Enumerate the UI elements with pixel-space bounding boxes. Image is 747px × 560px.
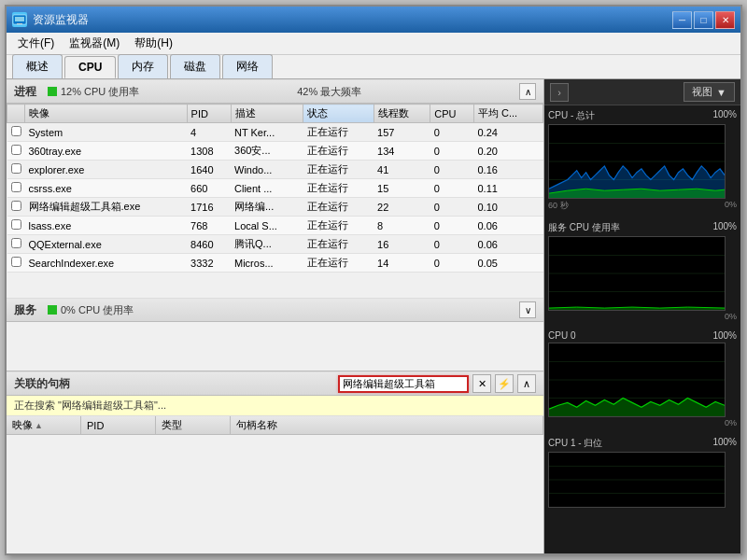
window-title: 资源监视器 bbox=[33, 12, 672, 28]
row-status: 正在运行 bbox=[303, 161, 374, 179]
process-collapse-button[interactable]: ∧ bbox=[519, 83, 536, 100]
row-checkbox[interactable] bbox=[7, 235, 25, 254]
process-table: 映像 PID 描述 状态 线程数 CPU 平均 C... System bbox=[7, 104, 543, 273]
handles-section-header: 关联的句柄 ✕ ⚡ ∧ bbox=[7, 371, 543, 396]
cpu0-graph-block: CPU 0 100% 0% bbox=[548, 330, 737, 431]
maximize-button[interactable]: □ bbox=[694, 11, 713, 29]
row-threads: 15 bbox=[374, 179, 430, 198]
view-dropdown-icon: ▼ bbox=[716, 87, 726, 98]
row-cpu: 0 bbox=[430, 142, 474, 161]
cpu-total-label: CPU - 总计 bbox=[548, 109, 595, 122]
table-row[interactable]: System 4 NT Ker... 正在运行 157 0 0.24 bbox=[7, 123, 543, 142]
col-pid[interactable]: PID bbox=[187, 105, 231, 123]
row-desc: Micros... bbox=[231, 254, 303, 273]
close-button[interactable]: ✕ bbox=[715, 11, 735, 29]
row-checkbox[interactable] bbox=[7, 142, 25, 161]
cpu-total-max: 100% bbox=[712, 109, 737, 122]
window-controls: ─ □ ✕ bbox=[672, 11, 735, 29]
tab-network[interactable]: 网络 bbox=[222, 54, 273, 78]
services-section: 服务 0% CPU 使用率 ∨ bbox=[7, 298, 543, 371]
table-row[interactable]: 网络编辑超级工具箱.exe 1716 网络编... 正在运行 22 0 0.10 bbox=[7, 198, 543, 217]
row-avg: 0.10 bbox=[473, 198, 543, 217]
row-threads: 41 bbox=[374, 161, 430, 179]
right-expand-button[interactable]: › bbox=[550, 83, 569, 102]
menu-file[interactable]: 文件(F) bbox=[10, 34, 62, 53]
row-avg: 0.20 bbox=[473, 142, 543, 161]
table-row[interactable]: 360tray.exe 1308 360安... 正在运行 134 0 0.20 bbox=[7, 142, 543, 161]
row-status: 正在运行 bbox=[303, 235, 374, 254]
col-avg-cpu[interactable]: 平均 C... bbox=[473, 105, 543, 123]
handles-table-body[interactable] bbox=[7, 435, 543, 553]
table-row[interactable]: explorer.exe 1640 Windo... 正在运行 41 0 0.1… bbox=[7, 161, 543, 179]
row-cpu: 0 bbox=[430, 217, 474, 235]
row-image: System bbox=[25, 123, 188, 142]
row-image: 网络编辑超级工具箱.exe bbox=[25, 198, 188, 217]
row-image: SearchIndexer.exe bbox=[25, 254, 188, 273]
row-cpu: 0 bbox=[430, 123, 474, 142]
handles-collapse-button[interactable]: ∧ bbox=[517, 374, 536, 393]
handles-col-image[interactable]: 映像 ▲ bbox=[7, 416, 81, 434]
col-image[interactable]: 映像 bbox=[25, 105, 188, 123]
handles-col-name[interactable]: 句柄名称 bbox=[231, 416, 543, 434]
col-desc[interactable]: 描述 bbox=[231, 105, 303, 123]
tab-overview[interactable]: 概述 bbox=[12, 54, 63, 78]
process-cpu-status: 12% CPU 使用率 bbox=[48, 85, 139, 99]
content-area: 进程 12% CPU 使用率 42% 最大频率 ∧ 映像 bbox=[7, 79, 740, 553]
row-checkbox[interactable] bbox=[7, 254, 25, 273]
row-status: 正在运行 bbox=[303, 142, 374, 161]
services-cpu-text: 0% CPU 使用率 bbox=[61, 303, 134, 317]
process-freq-text: 42% 最大频率 bbox=[297, 85, 361, 99]
title-bar: 资源监视器 ─ □ ✕ bbox=[7, 7, 740, 33]
services-title: 服务 bbox=[14, 302, 36, 318]
table-row[interactable]: SearchIndexer.exe 3332 Micros... 正在运行 14… bbox=[7, 254, 543, 273]
row-checkbox[interactable] bbox=[7, 198, 25, 217]
handles-search-input[interactable] bbox=[338, 375, 469, 393]
table-row[interactable]: lsass.exe 768 Local S... 正在运行 8 0 0.06 bbox=[7, 217, 543, 235]
services-cpu-indicator bbox=[48, 305, 57, 315]
row-checkbox[interactable] bbox=[7, 217, 25, 235]
menu-help[interactable]: 帮助(H) bbox=[127, 34, 180, 53]
row-checkbox[interactable] bbox=[7, 161, 25, 179]
view-button[interactable]: 视图 ▼ bbox=[684, 82, 735, 102]
handles-cancel-button[interactable]: ✕ bbox=[472, 374, 491, 393]
row-cpu: 0 bbox=[430, 254, 474, 273]
view-label: 视图 bbox=[692, 85, 712, 99]
row-image: lsass.exe bbox=[25, 217, 188, 235]
services-collapse-button[interactable]: ∨ bbox=[519, 301, 536, 318]
cpu-total-min: 0% bbox=[725, 200, 737, 212]
cpu1-graph-block: CPU 1 - 归位 100% bbox=[548, 437, 737, 508]
col-cpu[interactable]: CPU bbox=[430, 105, 474, 123]
row-checkbox[interactable] bbox=[7, 179, 25, 198]
row-desc: NT Ker... bbox=[231, 123, 303, 142]
minimize-button[interactable]: ─ bbox=[672, 11, 692, 29]
handles-col-type[interactable]: 类型 bbox=[156, 416, 231, 434]
tab-bar: 概述 CPU 内存 磁盘 网络 bbox=[7, 55, 740, 79]
table-row[interactable]: QQExternal.exe 8460 腾讯Q... 正在运行 16 0 0.0… bbox=[7, 235, 543, 254]
tab-cpu[interactable]: CPU bbox=[64, 56, 116, 78]
row-status: 正在运行 bbox=[303, 217, 374, 235]
cpu1-max: 100% bbox=[712, 437, 737, 450]
tab-disk[interactable]: 磁盘 bbox=[170, 54, 220, 78]
row-cpu: 0 bbox=[430, 235, 474, 254]
handles-flash-button[interactable]: ⚡ bbox=[495, 374, 514, 393]
table-row[interactable]: csrss.exe 660 Client ... 正在运行 15 0 0.11 bbox=[7, 179, 543, 198]
cpu-total-graph-block: CPU - 总计 100% bbox=[548, 109, 737, 216]
row-checkbox[interactable] bbox=[7, 123, 25, 142]
cpu1-label: CPU 1 - 归位 bbox=[548, 437, 602, 450]
tab-memory[interactable]: 内存 bbox=[118, 54, 168, 78]
row-status: 正在运行 bbox=[303, 179, 374, 198]
col-threads[interactable]: 线程数 bbox=[374, 105, 430, 123]
process-table-container[interactable]: 映像 PID 描述 状态 线程数 CPU 平均 C... System bbox=[7, 104, 543, 298]
menu-monitor[interactable]: 监视器(M) bbox=[62, 34, 127, 53]
col-status[interactable]: 状态 bbox=[303, 105, 374, 123]
cpu1-canvas bbox=[548, 452, 726, 508]
row-cpu: 0 bbox=[430, 161, 474, 179]
sort-arrow-image: ▲ bbox=[35, 421, 43, 430]
row-avg: 0.06 bbox=[473, 235, 543, 254]
row-status: 正在运行 bbox=[303, 123, 374, 142]
row-image: csrss.exe bbox=[25, 179, 188, 198]
row-status: 正在运行 bbox=[303, 254, 374, 273]
handles-title: 关联的句柄 bbox=[14, 376, 70, 392]
row-desc: Local S... bbox=[231, 217, 303, 235]
handles-col-pid[interactable]: PID bbox=[81, 416, 156, 434]
